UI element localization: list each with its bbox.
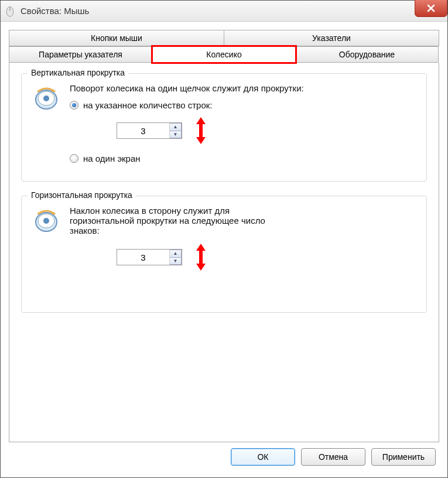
svg-point-8 <box>43 218 49 224</box>
vertical-wheel-icon <box>32 83 60 111</box>
radio-screen-label: на один экран <box>83 153 141 163</box>
horizontal-scroll-legend: Горизонтальная прокрутка <box>28 190 136 200</box>
horizontal-spinner-row: 3 ▲ ▼ <box>117 243 416 272</box>
horizontal-spin-down[interactable]: ▼ <box>170 257 182 265</box>
vertical-spin-up[interactable]: ▲ <box>170 123 182 131</box>
horizontal-wheel-icon <box>32 206 60 234</box>
vertical-scroll-group: Вертикальная прокрутка Поворот колесика … <box>21 73 427 182</box>
horizontal-chars-value[interactable]: 3 <box>117 250 170 265</box>
svg-point-5 <box>43 95 49 101</box>
window-title: Свойства: Мышь <box>20 6 89 16</box>
cancel-button[interactable]: Отмена <box>301 448 365 466</box>
horizontal-chars-spinner[interactable]: 3 ▲ ▼ <box>117 249 182 265</box>
horizontal-content: Наклон колесика в сторону служит для гор… <box>70 206 416 280</box>
mouse-icon <box>4 5 16 17</box>
tab-pointers[interactable]: Указатели <box>224 30 439 46</box>
close-button[interactable] <box>415 0 447 17</box>
tab-buttons[interactable]: Кнопки мыши <box>9 30 224 46</box>
horizontal-scroll-group: Горизонтальная прокрутка Наклон колесика… <box>21 196 427 313</box>
vertical-content: Поворот колесика на один щелчок служит д… <box>70 83 416 169</box>
tab-row-2: Параметры указателя Колесико Оборудовани… <box>9 46 439 63</box>
apply-button[interactable]: Применить <box>371 448 436 466</box>
titlebar: Свойства: Мышь <box>1 1 447 22</box>
radio-lines[interactable] <box>70 101 78 110</box>
dialog-buttons: ОК Отмена Применить <box>9 442 439 473</box>
dialog-content: Кнопки мыши Указатели Параметры указател… <box>1 22 447 477</box>
vertical-spinner-row: 3 ▲ ▼ <box>117 116 416 145</box>
vertical-red-arrow-icon <box>194 116 208 145</box>
tab-pointer-options[interactable]: Параметры указателя <box>9 46 152 63</box>
tab-row-1: Кнопки мыши Указатели <box>9 30 439 46</box>
horizontal-red-arrow-icon <box>194 243 208 272</box>
mouse-properties-dialog: Свойства: Мышь Кнопки мыши Указатели Пар… <box>0 0 448 478</box>
close-icon <box>427 4 435 12</box>
vertical-lines-value[interactable]: 3 <box>117 123 170 138</box>
vertical-desc: Поворот колесика на один щелчок служит д… <box>70 83 416 93</box>
vertical-spinner-buttons: ▲ ▼ <box>170 123 182 138</box>
radio-screen-row[interactable]: на один экран <box>70 153 416 163</box>
radio-lines-row[interactable]: на указанное количество строк: <box>70 100 416 110</box>
vertical-lines-spinner[interactable]: 3 ▲ ▼ <box>117 122 182 139</box>
tab-headers: Кнопки мыши Указатели Параметры указател… <box>9 30 439 63</box>
tab-panel-wheel: Вертикальная прокрутка Поворот колесика … <box>9 63 439 442</box>
horizontal-spinner-buttons: ▲ ▼ <box>170 250 182 265</box>
horizontal-spin-up[interactable]: ▲ <box>170 250 182 257</box>
tab-hardware[interactable]: Оборудование <box>295 46 439 63</box>
tab-wheel-wrap: Колесико <box>152 46 296 63</box>
radio-lines-label: на указанное количество строк: <box>83 100 213 110</box>
radio-screen[interactable] <box>70 154 78 163</box>
svg-rect-2 <box>9 8 11 10</box>
ok-button[interactable]: ОК <box>231 448 295 466</box>
horizontal-desc: Наклон колесика в сторону служит для гор… <box>70 206 292 235</box>
vertical-spin-down[interactable]: ▼ <box>170 131 182 139</box>
vertical-scroll-legend: Вертикальная прокрутка <box>28 68 128 77</box>
tabs-area: Кнопки мыши Указатели Параметры указател… <box>9 30 439 442</box>
tab-wheel[interactable]: Колесико <box>151 45 297 64</box>
